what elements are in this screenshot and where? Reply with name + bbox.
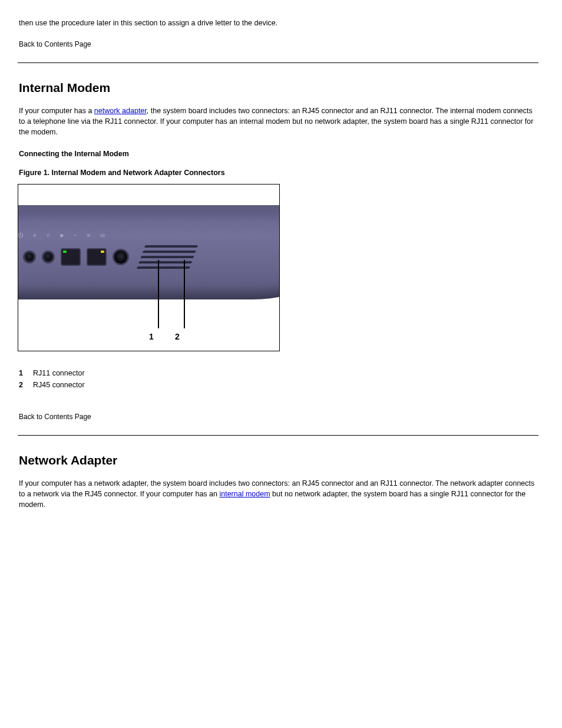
audio-out-jack-icon	[23, 251, 36, 263]
back-to-contents-link-2[interactable]: Back to Contents Page	[19, 413, 538, 421]
internal-modem-link[interactable]: internal modem	[219, 490, 270, 498]
legend-num-1: 1	[19, 369, 33, 377]
audio-in-jack-icon	[42, 251, 55, 263]
legend-num-2: 2	[19, 381, 33, 389]
rj45-connector-icon	[87, 248, 107, 266]
connecting-internal-modem-subheading: Connecting the Internal Modem	[19, 150, 538, 158]
legend-row-2: 2 RJ45 connector	[19, 381, 538, 389]
figure-1-image: ▯ ⏻ ⊙ ∩ ● ⌁ ⊞ ⎚ 1 2	[18, 184, 280, 351]
text-body-pre: If your computer has a	[19, 107, 94, 115]
legend-row-1: 1 RJ11 connector	[19, 369, 538, 377]
laptop-side-illustration: ▯ ⏻ ⊙ ∩ ● ⌁ ⊞ ⎚	[18, 205, 280, 299]
callout-number-1: 1	[149, 332, 154, 341]
legend-text-2: RJ45 connector	[33, 381, 85, 389]
internal-modem-heading: Internal Modem	[19, 81, 538, 95]
divider	[18, 62, 538, 63]
back-to-contents-link[interactable]: Back to Contents Page	[19, 40, 538, 48]
internal-modem-body: If your computer has a network adapter, …	[19, 106, 538, 137]
figure-1-legend: 1 RJ11 connector 2 RJ45 connector	[19, 369, 538, 389]
intro-paragraph: then use the procedure later in this sec…	[19, 18, 538, 28]
divider-2	[18, 435, 538, 436]
network-adapter-heading: Network Adapter	[19, 453, 538, 467]
rj11-connector-icon	[61, 248, 81, 266]
callout-line-1	[158, 260, 159, 328]
legend-text-1: RJ11 connector	[33, 369, 85, 377]
ports-row	[18, 242, 194, 272]
network-adapter-link[interactable]: network adapter	[94, 107, 147, 115]
callout-line-2	[184, 260, 185, 328]
figure-1-caption: Figure 1. Internal Modem and Network Ada…	[19, 169, 538, 177]
port-icons-row: ▯ ⏻ ⊙ ∩ ● ⌁ ⊞ ⎚	[18, 232, 109, 238]
network-adapter-body: If your computer has a network adapter, …	[19, 478, 538, 510]
svideo-port-icon	[113, 249, 129, 265]
callout-number-2: 2	[175, 332, 180, 341]
cooling-vents-icon	[137, 245, 199, 269]
